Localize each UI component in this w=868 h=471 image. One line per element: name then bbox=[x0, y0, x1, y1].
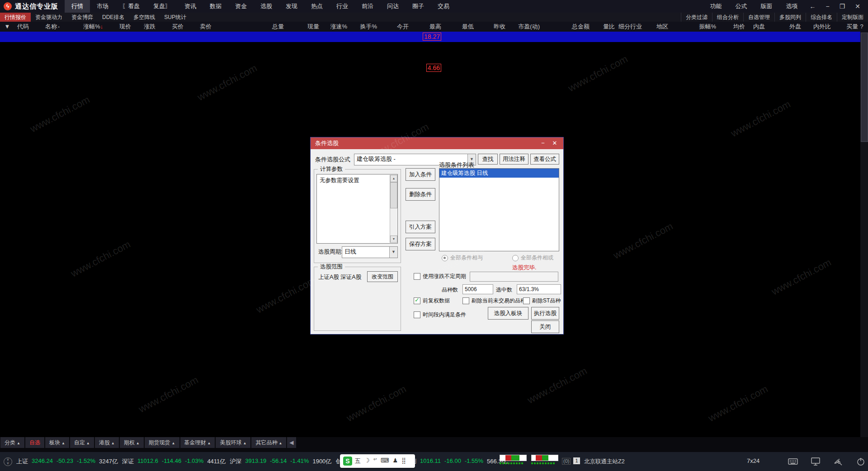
market-tab-分类[interactable]: 分类▲ bbox=[0, 437, 24, 448]
back-arrow-icon[interactable]: ← bbox=[805, 0, 821, 13]
menu-item-公式[interactable]: 公式 bbox=[729, 0, 754, 13]
menu-item-热点[interactable]: 热点 bbox=[304, 0, 330, 13]
menu-item-市场[interactable]: 市场 bbox=[90, 0, 115, 13]
checkbox-remove-st[interactable]: 剔除ST品种 bbox=[523, 297, 561, 305]
checkbox-forward-adjusted[interactable]: 前复权数据 bbox=[414, 297, 450, 305]
market-tab-其它品种[interactable]: 其它品种▲ bbox=[251, 437, 286, 448]
pick-to-board-button[interactable]: 选股入板块 bbox=[488, 307, 528, 320]
menu-item-发现[interactable]: 发现 bbox=[279, 0, 304, 13]
table-row[interactable] bbox=[0, 52, 860, 63]
column-header-总量[interactable]: 总量 bbox=[212, 22, 284, 32]
monitor-icon[interactable] bbox=[810, 456, 821, 467]
minimize-icon[interactable]: − bbox=[821, 0, 835, 13]
condition-listbox[interactable]: 建仓吸筹选股 日线 bbox=[439, 168, 559, 251]
menu-item-版面[interactable]: 版面 bbox=[754, 0, 779, 13]
column-header-总金额[interactable]: 总金额 bbox=[540, 22, 590, 32]
power-icon[interactable] bbox=[855, 456, 866, 467]
column-header-均价[interactable]: 均价 bbox=[716, 22, 745, 32]
column-header-现量[interactable]: 现量 bbox=[284, 22, 319, 32]
column-header-市盈(动)[interactable]: 市盈(动) bbox=[505, 22, 540, 32]
toolbar-item-组合分析[interactable]: 组合分析 bbox=[712, 13, 743, 22]
market-tab-自定[interactable]: 自定▲ bbox=[70, 437, 94, 448]
market-tab-期货现货[interactable]: 期货现货▲ bbox=[145, 437, 179, 448]
market-tab-期权[interactable]: 期权▲ bbox=[120, 437, 144, 448]
column-header-名称[interactable]: 名称 • bbox=[45, 22, 77, 32]
toolbar-item-综合排名[interactable]: 综合排名 bbox=[806, 13, 837, 22]
column-header-badge[interactable] bbox=[77, 22, 83, 32]
change-range-button[interactable]: 改变范围 bbox=[367, 271, 398, 282]
menu-item-功能[interactable]: 功能 bbox=[703, 0, 729, 13]
column-header-涨跌[interactable]: 涨跌 bbox=[131, 22, 156, 32]
column-header-涨速%[interactable]: 涨速% bbox=[319, 22, 347, 32]
radio-all-and[interactable]: 全部条件相与 bbox=[442, 254, 483, 262]
menu-item-选股[interactable]: 选股 bbox=[254, 0, 279, 13]
table-row[interactable] bbox=[0, 364, 860, 375]
view-formula-button[interactable]: 查看公式 bbox=[530, 154, 559, 165]
menu-item-选项[interactable]: 选项 bbox=[779, 0, 805, 13]
server-name[interactable]: 北京联通主站Z2 bbox=[584, 458, 625, 466]
period-combobox[interactable]: 日线 ▼ bbox=[342, 246, 398, 258]
menu-item-〖看盘[interactable]: 〖看盘 bbox=[115, 0, 146, 13]
toolbar-item-分类过滤[interactable]: 分类过滤 bbox=[681, 13, 712, 22]
table-row[interactable]: 4.66 bbox=[0, 63, 860, 73]
import-scheme-button[interactable]: 引入方案 bbox=[406, 221, 435, 233]
params-listbox[interactable]: 无参数需要设置 ▲ ▼ bbox=[316, 174, 398, 244]
find-button[interactable]: 查找 bbox=[478, 154, 498, 165]
table-row[interactable] bbox=[0, 354, 860, 364]
ime-tool-icon[interactable]: ⣿ bbox=[401, 457, 406, 465]
ime-tool-icon[interactable]: 五 bbox=[355, 457, 361, 465]
market-tab-自选[interactable]: 自选 bbox=[25, 437, 44, 448]
market-tab-港股[interactable]: 港股▲ bbox=[95, 437, 119, 448]
toolbar-item-自选管理[interactable]: 自选管理 bbox=[743, 13, 774, 22]
menu-item-前沿[interactable]: 前沿 bbox=[355, 0, 380, 13]
column-header-现价[interactable]: 现价 bbox=[103, 22, 131, 32]
close-button[interactable]: 关闭 bbox=[531, 320, 559, 333]
menu-item-资讯[interactable]: 资讯 bbox=[178, 0, 203, 13]
index-创[interactable]: 创1016.11-16.00-1.55%566.3亿 bbox=[410, 457, 508, 466]
toolbar-item-多空阵线[interactable]: 多空阵线 bbox=[129, 13, 160, 22]
toolbar-item-资金驱动力[interactable]: 资金驱动力 bbox=[31, 13, 67, 22]
toolbar-item-资金博弈[interactable]: 资金博弈 bbox=[67, 13, 98, 22]
market-tab-基金理财[interactable]: 基金理财▲ bbox=[180, 437, 215, 448]
ime-tool-icon[interactable]: ⌨ bbox=[381, 457, 389, 465]
column-header-?[interactable]: ? bbox=[858, 22, 865, 32]
ime-toolbar[interactable]: S 五☽°’⌨♟⣿ bbox=[340, 454, 415, 468]
undefined-period-field[interactable] bbox=[470, 272, 558, 282]
table-row[interactable] bbox=[0, 115, 860, 125]
toolbar-item-SUP统计[interactable]: SUP统计 bbox=[160, 13, 191, 22]
table-row[interactable] bbox=[0, 84, 860, 94]
execute-pick-button[interactable]: 执行选股 bbox=[531, 307, 559, 320]
save-scheme-button[interactable]: 保存方案 bbox=[406, 238, 435, 250]
toolbar-item-行情报价[interactable]: 行情报价 bbox=[0, 13, 31, 22]
column-header-细分行业[interactable]: 细分行业 bbox=[618, 22, 656, 32]
table-row[interactable] bbox=[0, 375, 860, 385]
usage-note-button[interactable]: 用法注释 bbox=[500, 154, 528, 165]
column-header-买价[interactable]: 买价 bbox=[156, 22, 184, 32]
column-header-▼[interactable]: ▼ bbox=[0, 22, 14, 32]
column-header-内外比[interactable]: 内外比 bbox=[801, 22, 831, 32]
satellite-icon[interactable] bbox=[833, 456, 844, 467]
column-header-量比[interactable]: 量比 bbox=[590, 22, 615, 32]
dialog-close-icon[interactable]: ✕ bbox=[550, 137, 560, 149]
keyboard-icon[interactable] bbox=[788, 456, 798, 467]
scroll-up-icon[interactable]: ▲ bbox=[390, 175, 397, 182]
chevron-down-icon[interactable]: ▼ bbox=[389, 247, 397, 258]
checkbox-undefined-period[interactable]: 使用涨跌不定周期 bbox=[414, 273, 466, 280]
table-row[interactable] bbox=[0, 73, 860, 84]
table-scrollbar[interactable] bbox=[860, 32, 868, 437]
table-row[interactable] bbox=[0, 406, 860, 416]
table-row[interactable] bbox=[0, 125, 860, 136]
checkbox-time-range[interactable]: 时间段内满足条件 bbox=[414, 311, 466, 319]
dialog-titlebar[interactable]: 条件选股 − ✕ bbox=[311, 137, 563, 149]
column-header-买量[interactable]: 买量 bbox=[831, 22, 858, 32]
column-header-最高[interactable]: 最高 bbox=[409, 22, 441, 32]
column-header-涨幅%[interactable]: 涨幅%↓ bbox=[83, 22, 103, 32]
add-condition-button[interactable]: 加入条件 bbox=[406, 168, 435, 181]
table-row[interactable] bbox=[0, 42, 860, 52]
dialog-minimize-button[interactable]: − bbox=[538, 137, 548, 149]
notice-badge[interactable]: 1 bbox=[573, 457, 580, 464]
message-count-badge[interactable]: (0) bbox=[562, 458, 571, 465]
delete-condition-button[interactable]: 删除条件 bbox=[406, 188, 435, 201]
index-深证[interactable]: 深证11012.6-114.46-1.03%4411亿 bbox=[122, 457, 226, 466]
toolbar-item-多股同列[interactable]: 多股同列 bbox=[774, 13, 806, 22]
